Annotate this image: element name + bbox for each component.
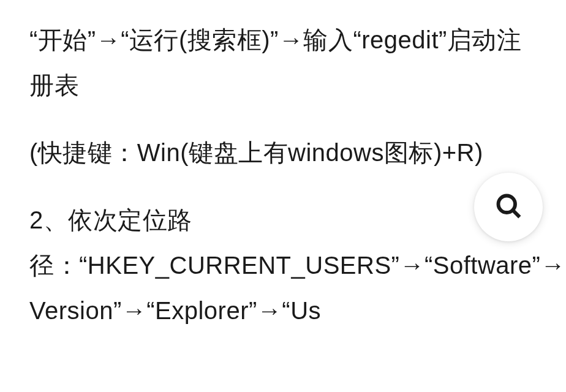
article-body: “开始”→“运行(搜索框)”→输入“regedit”启动注册表 (快捷键：Win… [0,17,566,333]
paragraph-shortcut: (快捷键：Win(键盘上有windows图标)+R) [29,130,537,175]
svg-line-1 [513,211,520,217]
paragraph-step-path: 2、依次定位路径：“HKEY_CURRENT_USERS”→“Software”… [29,197,537,333]
paragraph-step-regedit: “开始”→“运行(搜索框)”→输入“regedit”启动注册表 [29,17,537,108]
search-icon [495,192,522,222]
search-button[interactable] [474,173,543,241]
svg-point-0 [499,196,516,213]
